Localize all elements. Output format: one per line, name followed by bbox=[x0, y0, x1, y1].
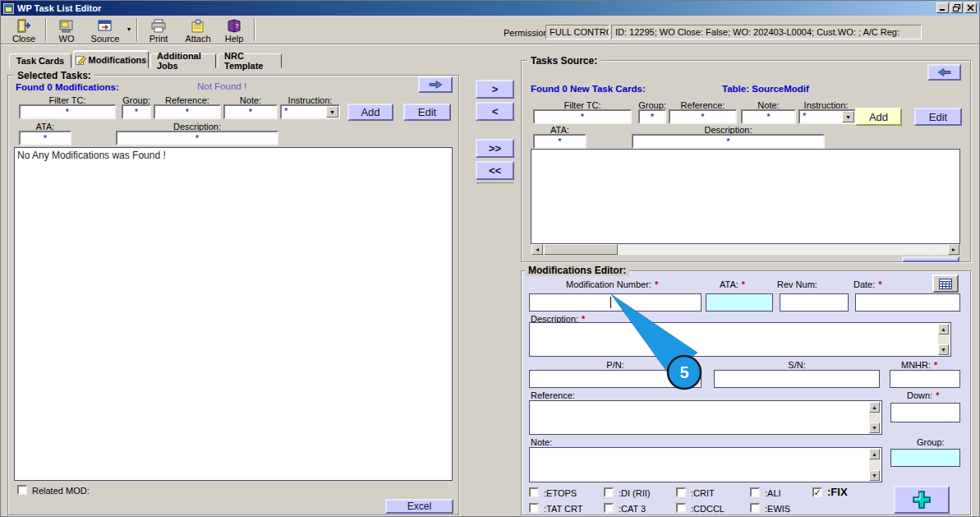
collapse-left-button[interactable] bbox=[927, 64, 961, 81]
instruction-combo[interactable]: * ▼ bbox=[798, 109, 856, 124]
group-input-cyan[interactable] bbox=[890, 449, 960, 467]
checkbox-etops-label: :ETOPS bbox=[544, 488, 577, 498]
scroll-up-button[interactable]: ▲ bbox=[869, 449, 880, 459]
scroll-down-button[interactable]: ▼ bbox=[869, 470, 880, 481]
move-all-right-button[interactable]: >> bbox=[476, 139, 514, 158]
date-input[interactable] bbox=[855, 293, 960, 312]
description-textarea[interactable]: ▲ ▼ bbox=[529, 322, 951, 357]
close-window-button[interactable] bbox=[964, 2, 977, 13]
scroll-left-icon: ◄ bbox=[535, 247, 541, 252]
pn-label: P/N: bbox=[529, 360, 702, 370]
scroll-down-icon: ▼ bbox=[872, 425, 877, 431]
description-input[interactable] bbox=[116, 131, 278, 145]
group-input[interactable] bbox=[122, 104, 151, 119]
pn-input[interactable] bbox=[529, 370, 702, 388]
note-textarea[interactable]: ▲ ▼ bbox=[529, 447, 882, 482]
scroll-down-button[interactable]: ▼ bbox=[938, 344, 949, 355]
scroll-right-icon: ► bbox=[951, 247, 957, 252]
title-bar: WP Task List Editor bbox=[1, 1, 979, 16]
checkbox-etops[interactable] bbox=[529, 487, 539, 497]
filter-tc-input[interactable] bbox=[19, 104, 116, 119]
move-right-button[interactable]: > bbox=[476, 80, 514, 99]
modification-number-input[interactable] bbox=[529, 293, 702, 312]
related-mod-checkbox[interactable] bbox=[17, 485, 27, 495]
restore-button[interactable] bbox=[950, 2, 963, 13]
mnhr-label: MNHR:* bbox=[901, 360, 937, 370]
reference-textarea[interactable]: ▲ ▼ bbox=[529, 400, 882, 435]
tasks-source-title: Tasks Source: bbox=[527, 55, 600, 67]
move-all-left-button[interactable]: << bbox=[476, 161, 514, 180]
help-button[interactable]: ? Help bbox=[218, 17, 251, 43]
rev-num-label: Rev Num: bbox=[777, 279, 817, 289]
checkbox-ewis[interactable] bbox=[750, 503, 760, 513]
group-input[interactable] bbox=[638, 109, 666, 124]
vertical-scrollbar: ▲ ▼ bbox=[869, 402, 881, 433]
add-button[interactable]: Add bbox=[347, 104, 393, 121]
reference-input[interactable] bbox=[154, 104, 221, 119]
add-modification-button[interactable] bbox=[894, 486, 950, 514]
checkbox-fix-label: :FIX bbox=[827, 486, 848, 498]
source-window-icon bbox=[96, 19, 114, 35]
checkbox-fix[interactable] bbox=[812, 487, 822, 497]
ata-editor-input[interactable] bbox=[706, 293, 773, 312]
checkbox-crit[interactable] bbox=[676, 487, 686, 497]
note-editor-label: Note: bbox=[531, 437, 552, 447]
checkbox-cat-3[interactable] bbox=[604, 503, 614, 513]
ata-input[interactable] bbox=[533, 134, 587, 149]
vertical-scrollbar: ▲ ▼ bbox=[869, 449, 881, 481]
filter-tc-input[interactable] bbox=[533, 109, 632, 124]
move-left-button[interactable]: < bbox=[476, 102, 514, 121]
toolbar-separator bbox=[254, 18, 255, 41]
ata-input[interactable] bbox=[19, 131, 71, 145]
horizontal-scrollbar-thumb[interactable] bbox=[544, 244, 618, 255]
scroll-down-button[interactable]: ▼ bbox=[869, 422, 880, 433]
checkbox-di-rii[interactable] bbox=[604, 487, 614, 497]
checkbox-tat-crt[interactable] bbox=[529, 503, 539, 513]
print-button[interactable]: Print bbox=[140, 17, 177, 43]
reference-input[interactable] bbox=[669, 109, 737, 124]
source-table-text: Table: SourceModif bbox=[722, 84, 809, 94]
checkbox-ali[interactable] bbox=[750, 487, 760, 497]
tab-additional-jobs[interactable]: Additional Jobs bbox=[150, 53, 216, 68]
chevron-down-icon: ▼ bbox=[127, 26, 132, 32]
close-button[interactable]: Close bbox=[6, 17, 42, 43]
edit-button[interactable]: Edit bbox=[403, 104, 451, 121]
checkbox-tat-crt-label: :TAT CRT bbox=[544, 504, 582, 514]
source-task-list[interactable] bbox=[531, 149, 960, 244]
svg-text:?: ? bbox=[235, 22, 239, 30]
partially-hidden-button[interactable] bbox=[902, 256, 959, 262]
source-dropdown-button[interactable]: ▼ bbox=[124, 17, 134, 43]
tab-task-cards[interactable]: Task Cards bbox=[9, 53, 71, 68]
note-input[interactable] bbox=[741, 109, 796, 124]
instruction-combo[interactable]: * ▼ bbox=[280, 104, 340, 119]
checkbox-cdccl[interactable] bbox=[676, 503, 686, 513]
tab-modifications[interactable]: Modifications bbox=[73, 51, 149, 68]
note-input[interactable] bbox=[223, 104, 278, 119]
attach-button[interactable]: Attach bbox=[180, 17, 216, 43]
sn-input[interactable] bbox=[714, 370, 880, 388]
mnhr-input[interactable] bbox=[890, 370, 960, 388]
excel-button[interactable]: Excel bbox=[385, 499, 453, 514]
scroll-up-button[interactable]: ▲ bbox=[869, 402, 880, 413]
down-input[interactable] bbox=[890, 403, 960, 422]
chevron-down-icon[interactable]: ▼ bbox=[326, 106, 338, 118]
add-source-button[interactable]: Add bbox=[855, 108, 902, 126]
chevron-down-icon[interactable]: ▼ bbox=[842, 111, 854, 122]
calendar-button[interactable] bbox=[932, 275, 959, 293]
edit-source-button[interactable]: Edit bbox=[914, 108, 962, 126]
description-input[interactable] bbox=[632, 134, 825, 149]
tab-nrc-template[interactable]: NRC Template bbox=[218, 53, 282, 68]
modifications-list[interactable]: No Any Modifications was Found ! bbox=[14, 147, 453, 481]
related-mod-label: Related MOD: bbox=[32, 486, 90, 496]
collapse-right-button[interactable] bbox=[418, 76, 453, 93]
scroll-up-button[interactable]: ▲ bbox=[938, 324, 949, 335]
printer-icon bbox=[150, 19, 168, 35]
rev-num-input[interactable] bbox=[780, 293, 849, 312]
permission-details: ID: 12295; WO Close: False; WO: 202403-L… bbox=[611, 25, 922, 39]
modification-number-label: Modification Number:* bbox=[566, 279, 658, 289]
minimize-button[interactable] bbox=[936, 2, 949, 13]
source-button[interactable]: Source bbox=[86, 17, 124, 43]
wo-button[interactable]: WO bbox=[48, 17, 85, 43]
scroll-left-button[interactable]: ◄ bbox=[531, 244, 543, 255]
scroll-right-button[interactable]: ► bbox=[948, 244, 959, 255]
